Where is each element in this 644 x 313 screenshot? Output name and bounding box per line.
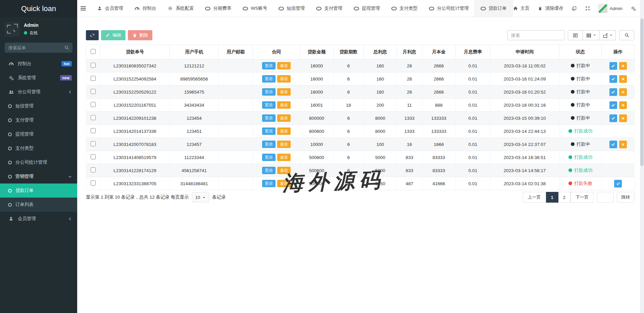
refresh-button[interactable] [86, 30, 99, 40]
select-all-checkbox[interactable] [91, 49, 96, 54]
row-checkbox[interactable] [91, 128, 96, 133]
sidebar-item[interactable]: 营销管理 [0, 169, 77, 184]
row-checkbox[interactable] [91, 115, 96, 120]
contract-thai-button[interactable]: 泰语 [277, 154, 291, 161]
navbar-tab[interactable]: 贷款订单 [475, 0, 513, 17]
columns-button[interactable] [583, 30, 599, 40]
navbar-tab[interactable]: 提现管理 [348, 0, 386, 17]
delete-button[interactable]: 删除 [128, 30, 152, 40]
pencil-icon [105, 33, 110, 37]
navbar-tab[interactable]: 系统配置 [162, 0, 199, 17]
navbar-tab[interactable]: 支付类型 [386, 0, 423, 17]
contract-english-button[interactable]: 英语 [262, 75, 276, 83]
scrollbar-thumb[interactable] [640, 18, 644, 166]
row-checkbox[interactable] [91, 180, 96, 186]
contract-english-button[interactable]: 英语 [262, 154, 276, 161]
clear-cache-label: 清除缓存 [545, 5, 563, 11]
cancel-payment-button[interactable] [619, 141, 627, 148]
page-number-button[interactable]: 1 [546, 192, 558, 203]
fullscreen-button[interactable] [585, 6, 590, 11]
navbar-tab[interactable]: 分公司统计管理 [423, 0, 475, 17]
loan-orders-table: 贷款单号用户手机用户邮箱合同贷款金额贷款期数总利息月利息月本金月息费率申请时间状… [86, 45, 635, 190]
contract-english-button[interactable]: 英语 [262, 141, 276, 148]
cancel-payment-button[interactable] [619, 62, 627, 70]
navbar-tab[interactable]: 会员管理 [91, 0, 129, 17]
row-checkbox[interactable] [91, 63, 96, 68]
navbar-tab[interactable]: 控制台 [129, 0, 162, 17]
navbar-tab[interactable]: 短信管理 [273, 0, 310, 17]
contract-thai-button[interactable]: 泰语 [277, 141, 291, 148]
next-page-button[interactable]: 下一页 [571, 192, 594, 203]
sidebar-item[interactable]: 控制台hot [0, 57, 77, 71]
contract-thai-button[interactable]: 泰语 [277, 180, 291, 187]
confirm-payment-button[interactable] [609, 75, 617, 83]
confirm-payment-button[interactable] [609, 114, 617, 122]
confirm-payment-button[interactable] [609, 141, 617, 148]
contract-thai-button[interactable]: 泰语 [277, 114, 291, 122]
contract-thai-button[interactable]: 泰语 [277, 62, 291, 69]
sidebar-item[interactable]: 分公司统计管理 [0, 155, 77, 169]
export-button[interactable] [599, 30, 616, 40]
confirm-payment-button[interactable] [614, 180, 622, 188]
cancel-payment-button[interactable] [619, 75, 627, 83]
row-checkbox[interactable] [91, 76, 96, 81]
contract-english-button[interactable]: 英语 [262, 167, 276, 174]
sidebar-item[interactable]: 提现管理 [0, 127, 77, 141]
navbar-tab[interactable]: WS账号 [237, 0, 273, 17]
confirm-payment-button[interactable] [609, 101, 617, 109]
row-checkbox[interactable] [91, 167, 96, 172]
navbar-tab[interactable]: 支付管理 [310, 0, 348, 17]
admin-menu[interactable]: Admin [598, 4, 623, 13]
settings-button[interactable] [631, 6, 636, 11]
contract-english-button[interactable]: 英语 [262, 180, 276, 187]
contract-thai-button[interactable]: 泰语 [277, 167, 291, 174]
row-checkbox[interactable] [91, 154, 96, 159]
contract-thai-button[interactable]: 泰语 [277, 88, 291, 96]
contract-english-button[interactable]: 英语 [262, 62, 276, 69]
confirm-payment-button[interactable] [609, 62, 617, 70]
cancel-payment-button[interactable] [619, 114, 627, 122]
hamburger-menu-icon[interactable] [77, 0, 89, 17]
contract-thai-button[interactable]: 泰语 [277, 127, 291, 135]
circle-icon [481, 7, 486, 10]
jump-page-input[interactable] [597, 192, 614, 203]
cancel-payment-button[interactable] [619, 88, 627, 96]
table-search-input[interactable] [507, 30, 564, 40]
sidebar-item[interactable]: 短信管理 [0, 99, 77, 113]
home-button[interactable]: 主页 [513, 5, 530, 11]
sidebar-item[interactable]: 支付类型 [0, 141, 77, 155]
contract-english-button[interactable]: 英语 [262, 114, 276, 122]
contract-english-button[interactable]: 英语 [262, 127, 276, 135]
cell-status: 打款中 [559, 72, 602, 86]
clear-cache-button[interactable]: 清除缓存 [538, 5, 563, 11]
sidebar-item[interactable]: 订单列表 [0, 198, 77, 212]
sidebar-search-input[interactable] [5, 43, 72, 53]
contract-english-button[interactable]: 英语 [262, 101, 276, 109]
copy-button[interactable] [572, 6, 577, 11]
cancel-payment-button[interactable] [619, 101, 627, 109]
sidebar-item[interactable]: 支付管理 [0, 113, 77, 127]
confirm-payment-button[interactable] [609, 88, 617, 96]
row-checkbox[interactable] [91, 141, 96, 146]
contract-english-button[interactable]: 英语 [262, 88, 276, 96]
sidebar-item[interactable]: 贷款订单 [0, 184, 77, 198]
scrollbar[interactable] [640, 0, 644, 313]
sidebar-item[interactable]: 分公司管理 [0, 85, 77, 99]
edit-button[interactable]: 编辑 [101, 30, 126, 40]
row-checkbox[interactable] [91, 89, 96, 94]
detail-view-button[interactable] [568, 30, 583, 40]
search-icon[interactable] [64, 45, 70, 50]
sidebar-search [5, 43, 72, 53]
contract-thai-button[interactable]: 泰语 [277, 75, 291, 83]
advanced-search-button[interactable] [619, 30, 634, 40]
cell-order_no: L2303152250529122 [100, 86, 170, 99]
jump-button[interactable]: 跳转 [617, 192, 634, 203]
prev-page-button[interactable]: 上一页 [523, 192, 546, 203]
page-size-dropdown[interactable]: 10 [192, 192, 209, 202]
row-checkbox[interactable] [91, 102, 96, 107]
page-number-button[interactable]: 2 [558, 192, 571, 203]
sidebar-item[interactable]: 会员管理 [0, 212, 77, 226]
navbar-tab[interactable]: 分期费率 [199, 0, 237, 17]
contract-thai-button[interactable]: 泰语 [277, 101, 291, 109]
sidebar-item[interactable]: 系统管理new [0, 71, 77, 85]
